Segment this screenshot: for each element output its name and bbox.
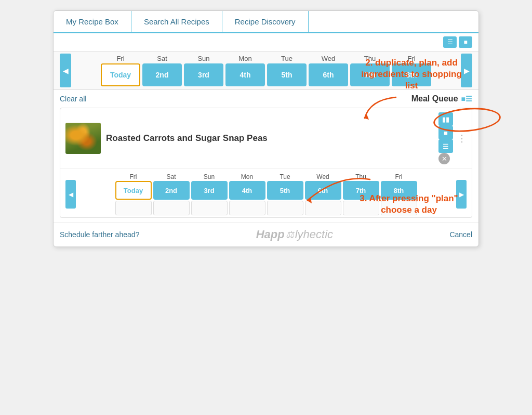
inner-cal-day-btn-1[interactable]: 2nd [153, 181, 190, 200]
watermark-scale-icon: ⚖ [286, 229, 294, 240]
inner-cal-day-2: Sun3rd [191, 173, 228, 215]
watermark-happy: Happ [256, 228, 285, 241]
top-cal-day-btn-1[interactable]: 2nd [142, 63, 182, 86]
top-cal-day-btn-0[interactable]: Today [101, 63, 140, 86]
remove-button[interactable]: ✕ [438, 153, 450, 164]
top-cal-day-2: Sun3rd [184, 55, 223, 86]
inner-cal-day-name-1: Sat [166, 173, 176, 180]
tab-search-all-recipes[interactable]: Search All Recipes [131, 11, 222, 32]
bottom-row: Schedule farther ahead? Happ ⚖ lyhectic … [54, 222, 478, 247]
top-cal-day-name-0: Fri [116, 55, 124, 62]
add-ingredients-button[interactable]: ☰ [438, 139, 453, 153]
inner-cal-slot-2 [191, 201, 228, 215]
top-cal-day-4: Tue5th [267, 55, 307, 86]
watermark-hectic: lyhectic [295, 228, 333, 241]
top-cal-day-3: Mon4th [225, 55, 265, 86]
toolbar-icons: ☰ ■ [54, 33, 478, 51]
top-cal-day-btn-4[interactable]: 5th [267, 63, 307, 86]
list-view-icon[interactable]: ☰ [443, 36, 457, 48]
grid-view-icon[interactable]: ■ [459, 36, 472, 48]
annotation-2: 3. After pressing "plan" choose a day [349, 193, 469, 216]
inner-cal-day-3: Mon4th [229, 173, 265, 215]
top-cal-day-0: FriToday [101, 55, 140, 86]
annotation-arrow-2 [297, 174, 380, 216]
top-cal-day-btn-5[interactable]: 6th [309, 63, 348, 86]
inner-cal-day-btn-2[interactable]: 3rd [191, 181, 228, 200]
inner-cal-day-name-4: Tue [280, 173, 290, 180]
clear-all-link[interactable]: Clear all [60, 95, 86, 103]
inner-cal-slot-1 [153, 201, 190, 215]
annotation-1: 2. duplicate, plan, add ingredients to s… [360, 57, 463, 128]
watermark: Happ ⚖ lyhectic [256, 228, 333, 241]
tab-my-recipe-box[interactable]: My Recipe Box [54, 11, 131, 32]
inner-cal-day-name-7: Fri [395, 173, 403, 180]
recipe-title: Roasted Carrots and Sugar Snap Peas [106, 133, 433, 144]
inner-cal-day-0: FriToday [115, 173, 152, 215]
inner-cal-day-name-0: Fri [130, 173, 137, 180]
inner-calendar-prev-arrow[interactable]: ◀ [65, 180, 76, 209]
drag-handle[interactable]: ⋮ [457, 133, 467, 144]
recipe-thumbnail [65, 123, 101, 154]
top-cal-day-1: Sat2nd [142, 55, 182, 86]
tab-bar: My Recipe Box Search All Recipes Recipe … [54, 11, 478, 33]
inner-cal-day-name-3: Mon [241, 173, 253, 180]
top-cal-day-name-2: Sun [197, 55, 209, 62]
top-cal-day-name-1: Sat [157, 55, 167, 62]
inner-cal-slot-3 [229, 201, 265, 215]
inner-cal-day-btn-3[interactable]: 4th [229, 181, 265, 200]
schedule-ahead-link[interactable]: Schedule farther ahead? [60, 230, 139, 239]
top-cal-day-btn-2[interactable]: 3rd [184, 63, 223, 86]
inner-cal-day-1: Sat2nd [153, 173, 190, 215]
inner-cal-slot-0 [115, 201, 152, 215]
tab-recipe-discovery[interactable]: Recipe Discovery [222, 11, 309, 32]
calendar-prev-arrow[interactable]: ◀ [60, 54, 71, 87]
top-cal-day-5: Wed6th [309, 55, 348, 86]
top-cal-day-btn-3[interactable]: 4th [225, 63, 265, 86]
top-cal-day-name-3: Mon [238, 55, 251, 62]
annotation-1-text: 2. duplicate, plan, add ingredients to s… [360, 57, 463, 92]
inner-cal-day-name-2: Sun [204, 173, 215, 180]
cancel-link[interactable]: Cancel [449, 230, 472, 239]
top-cal-day-name-4: Tue [281, 55, 292, 62]
top-cal-day-name-5: Wed [322, 55, 336, 62]
annotation-arrow-1 [360, 95, 401, 126]
inner-cal-day-btn-0[interactable]: Today [115, 181, 152, 200]
